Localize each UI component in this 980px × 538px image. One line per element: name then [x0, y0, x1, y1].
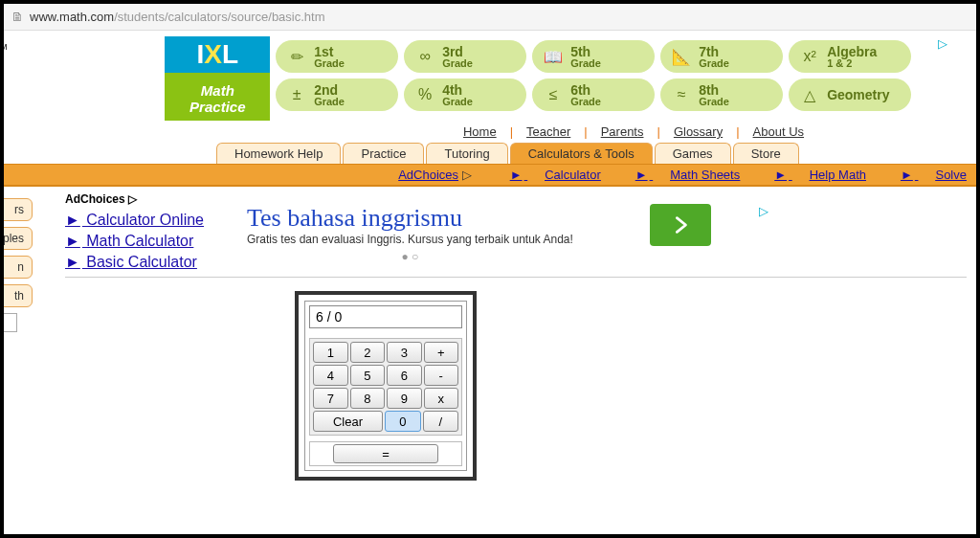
- sidebar-item[interactable]: rs: [4, 198, 33, 221]
- calc-btn-0[interactable]: 0: [385, 411, 421, 432]
- grade-pill[interactable]: 📐7thGrade: [660, 40, 783, 73]
- calc-btn-3[interactable]: 3: [387, 342, 422, 363]
- subnav-link[interactable]: ► Solve: [883, 168, 967, 182]
- tab-homework-help[interactable]: Homework Help: [216, 143, 341, 164]
- calc-btn-6[interactable]: 6: [387, 365, 422, 386]
- url-domain: www.math.com: [30, 10, 114, 24]
- calc-btn-x[interactable]: x: [424, 388, 459, 409]
- tab-practice[interactable]: Practice: [343, 143, 424, 164]
- sidebar-box[interactable]: [4, 313, 17, 332]
- grade-pill[interactable]: %4thGrade: [404, 78, 526, 111]
- url-path: /students/calculators/source/basic.htm: [114, 10, 324, 24]
- sub-nav-bar: AdChoices ▷ ► Calculator ► Math Sheets ►…: [4, 164, 976, 187]
- calc-btn-4[interactable]: 4: [313, 365, 348, 386]
- ad-title: Tes bahasa inggrismu: [247, 204, 573, 233]
- adchoices-label[interactable]: AdChoices ▷: [381, 168, 472, 182]
- grade-pill[interactable]: ≈8thGrade: [660, 78, 783, 111]
- calc-display[interactable]: [309, 305, 462, 328]
- site-logo[interactable]: .comSM ath Online: [4, 36, 84, 84]
- address-bar[interactable]: 🗎 www.math.com/students/calculators/sour…: [4, 4, 976, 31]
- nav-link[interactable]: Home: [463, 124, 497, 139]
- grade-pill[interactable]: ±2ndGrade: [276, 78, 398, 111]
- adchoices-icon[interactable]: ▷: [759, 204, 768, 218]
- left-sidebar: rsplesnth: [4, 187, 56, 486]
- calc-btn-7[interactable]: 7: [313, 388, 348, 409]
- sidebar-item[interactable]: n: [4, 256, 33, 279]
- subnav-link[interactable]: ► Calculator: [493, 168, 601, 182]
- calc-equals[interactable]: =: [333, 444, 438, 463]
- subnav-link[interactable]: ► Math Sheets: [618, 168, 741, 182]
- calc-btn-2[interactable]: 2: [350, 342, 386, 363]
- calc-btn-1[interactable]: 1: [313, 342, 348, 363]
- calc-btn-divide[interactable]: /: [423, 411, 459, 432]
- ad-subtitle: Gratis tes dan evaluasi Inggris. Kursus …: [247, 233, 573, 246]
- divider: [65, 277, 967, 278]
- tab-store[interactable]: Store: [733, 143, 799, 164]
- ad-pagination: ● ○: [247, 250, 573, 263]
- calc-btn-9[interactable]: 9: [387, 388, 422, 409]
- calc-clear[interactable]: Clear: [313, 411, 383, 432]
- subnav-link[interactable]: ► Help Math: [757, 168, 866, 182]
- ixl-ad[interactable]: IXL MathPractice: [165, 36, 270, 121]
- calc-btn--[interactable]: -: [424, 365, 459, 386]
- sidebar-item[interactable]: th: [4, 284, 33, 307]
- nav-link[interactable]: Teacher: [526, 124, 570, 139]
- page-icon: 🗎: [11, 10, 24, 24]
- calculator: 123+456-789xClear0/ =: [295, 291, 477, 481]
- tab-tutoring[interactable]: Tutoring: [426, 143, 507, 164]
- top-nav: Home|Teacher|Parents|Glossary|About Us: [4, 124, 976, 139]
- grade-pill[interactable]: ✏1stGrade: [276, 40, 398, 73]
- grade-pill[interactable]: △Geometry: [789, 78, 911, 111]
- grade-pills: ✏1stGrade∞3rdGrade📖5thGrade📐7thGradex²Al…: [270, 36, 938, 115]
- nav-link[interactable]: About Us: [753, 124, 804, 139]
- tab-calculators-tools[interactable]: Calculators & Tools: [510, 143, 653, 164]
- calc-btn-8[interactable]: 8: [350, 388, 386, 409]
- calc-btn-5[interactable]: 5: [350, 365, 386, 386]
- grade-pill[interactable]: x²Algebra1 & 2: [789, 40, 911, 73]
- calc-btn-+[interactable]: +: [424, 342, 459, 363]
- grade-pill[interactable]: ≤6thGrade: [532, 78, 655, 111]
- main-tabs: Homework HelpPracticeTutoringCalculators…: [4, 143, 976, 164]
- grade-pill[interactable]: ∞3rdGrade: [404, 40, 526, 73]
- nav-link[interactable]: Glossary: [674, 124, 723, 139]
- grade-pill[interactable]: 📖5thGrade: [532, 40, 655, 73]
- tab-games[interactable]: Games: [655, 143, 731, 164]
- adchoices-icon[interactable]: ▷: [938, 36, 947, 51]
- sidebar-item[interactable]: ples: [4, 227, 33, 250]
- ad-next-button[interactable]: [650, 204, 711, 246]
- nav-link[interactable]: Parents: [601, 124, 644, 139]
- banner-ad[interactable]: Tes bahasa inggrismu Gratis tes dan eval…: [247, 204, 967, 263]
